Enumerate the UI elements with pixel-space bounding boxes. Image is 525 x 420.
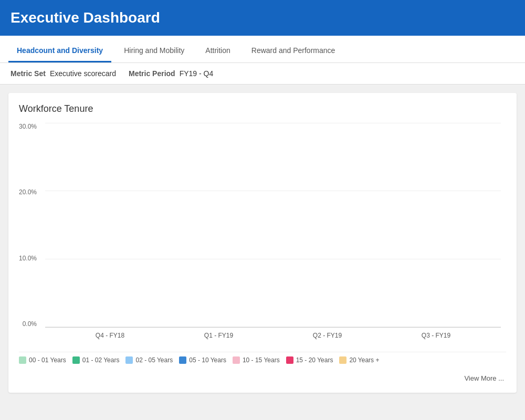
legend-item-4: 10 - 15 Years — [233, 356, 280, 364]
x-labels: Q4 - FY18Q1 - FY19Q2 - FY19Q3 - FY19 — [45, 328, 501, 343]
x-label-2: Q2 - FY19 — [273, 332, 382, 339]
legend-label-6: 20 Years + — [349, 356, 379, 364]
legend-item-3: 05 - 10 Years — [179, 356, 226, 364]
y-label-30: 30.0% — [19, 123, 37, 130]
legend-item-6: 20 Years + — [339, 356, 379, 364]
legend-item-2: 02 - 05 Years — [125, 356, 173, 364]
legend-label-3: 05 - 10 Years — [189, 356, 226, 364]
tabs-bar: Headcount and Diversity Hiring and Mobil… — [0, 36, 525, 63]
legend-item-5: 15 - 20 Years — [286, 356, 333, 364]
legend-swatch-4 — [233, 356, 240, 364]
y-label-0: 0.0% — [23, 320, 37, 328]
legend-label-1: 01 - 02 Years — [82, 356, 120, 364]
y-label-20: 20.0% — [19, 188, 37, 196]
legend-label-5: 15 - 20 Years — [296, 356, 333, 364]
tab-headcount-diversity[interactable]: Headcount and Diversity — [8, 39, 111, 62]
main-content: Workforce Tenure 30.0% 20.0% 10.0% 0.0% — [0, 85, 525, 401]
legend: 00 - 01 Years01 - 02 Years02 - 05 Years0… — [19, 352, 506, 368]
legend-swatch-0 — [19, 356, 26, 364]
x-label-0: Q4 - FY18 — [56, 332, 164, 339]
tab-attrition[interactable]: Attrition — [197, 39, 238, 62]
metric-set-value: Executive scorecard — [50, 69, 116, 78]
x-label-3: Q3 - FY19 — [382, 332, 490, 339]
chart-title: Workforce Tenure — [19, 103, 506, 114]
legend-item-0: 00 - 01 Years — [19, 356, 66, 364]
y-label-10: 10.0% — [19, 255, 37, 262]
legend-item-1: 01 - 02 Years — [72, 356, 120, 364]
legend-label-0: 00 - 01 Years — [29, 356, 66, 364]
legend-swatch-2 — [125, 356, 133, 364]
metric-period-value: FY19 - Q4 — [180, 69, 214, 78]
tab-reward-performance[interactable]: Reward and Performance — [243, 39, 344, 62]
legend-swatch-5 — [286, 356, 293, 364]
groups-container — [45, 123, 501, 327]
legend-label-4: 10 - 15 Years — [243, 356, 280, 364]
page-title: Executive Dashboard — [10, 9, 160, 26]
page-header: Executive Dashboard — [0, 0, 525, 36]
chart-card: Workforce Tenure 30.0% 20.0% 10.0% 0.0% — [8, 93, 517, 393]
tab-hiring-mobility[interactable]: Hiring and Mobility — [116, 39, 193, 62]
view-more-button[interactable]: View More ... — [19, 368, 506, 384]
metric-set-label: Metric Set — [10, 69, 46, 78]
legend-swatch-1 — [72, 356, 80, 364]
chart-plot — [45, 123, 501, 328]
y-axis: 30.0% 20.0% 10.0% 0.0% — [19, 123, 40, 328]
legend-swatch-3 — [179, 356, 186, 364]
metric-period-label: Metric Period — [129, 69, 175, 78]
metric-bar: Metric Set Executive scorecard Metric Pe… — [0, 63, 525, 85]
legend-swatch-6 — [339, 356, 346, 364]
legend-label-2: 02 - 05 Years — [135, 356, 173, 364]
chart-area: 30.0% 20.0% 10.0% 0.0% Q4 - — [45, 123, 501, 343]
x-label-1: Q1 - FY19 — [164, 332, 273, 339]
